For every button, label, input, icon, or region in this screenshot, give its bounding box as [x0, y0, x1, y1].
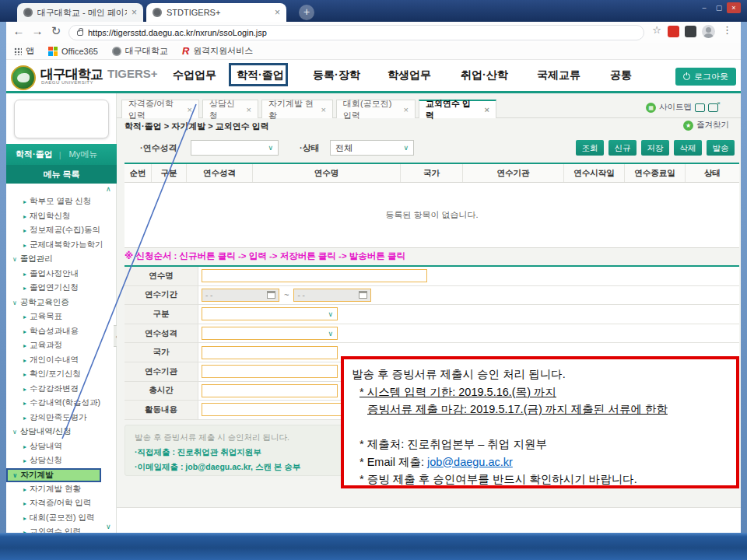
training-type-form-select[interactable]: ∨	[202, 327, 338, 340]
bookmark-star-icon[interactable]: ☆	[649, 24, 665, 36]
sidebar-tab-mymenu[interactable]: My메뉴	[61, 149, 98, 160]
col-header[interactable]: 구분	[152, 164, 187, 182]
end-date-input[interactable]: - -	[293, 289, 371, 302]
search-label-status: ·상태	[300, 142, 320, 154]
institution-input[interactable]	[202, 365, 338, 378]
status-select[interactable]: 전체 ∨	[330, 140, 414, 156]
menu-scroll-down-icon[interactable]: ∨	[106, 523, 111, 530]
category-select[interactable]: ∨	[202, 307, 338, 320]
sidebar-item[interactable]: ▸대회(공모전) 입력	[6, 511, 117, 526]
sidebar-section-graduation[interactable]: ∨졸업관리	[6, 252, 117, 267]
tab-close-icon[interactable]: ×	[485, 105, 489, 114]
menu-scroll-up-icon[interactable]: ∧	[106, 185, 111, 193]
nav-item-employment[interactable]: 취업·산학	[461, 68, 508, 82]
sidebar-item[interactable]: ▸재입학신청	[6, 209, 117, 224]
query-button[interactable]: 조회	[576, 140, 604, 156]
email-link[interactable]: job@daegu.ac.kr	[427, 456, 513, 468]
col-header[interactable]: 국가	[401, 164, 463, 182]
col-header[interactable]: 연수명	[253, 164, 401, 182]
browser-tab-stdtigers[interactable]: STDTIGERS+ ×	[146, 3, 286, 22]
tab-close-icon[interactable]: ×	[247, 105, 251, 114]
sidebar-item[interactable]: ▸강의만족도평가	[6, 411, 117, 425]
col-header[interactable]: 상태	[686, 164, 739, 182]
workspace-tab-contest[interactable]: 대회(공모전) 입력 ×	[336, 100, 416, 118]
apps-shortcut[interactable]: 앱	[14, 45, 34, 57]
workspace-tab-counsel[interactable]: 상담신청 ×	[202, 100, 258, 118]
arrow-right-icon: ▸	[23, 198, 26, 205]
workspace-tab-external-training[interactable]: 교외연수 입력 ×	[419, 100, 496, 118]
browser-menu-icon[interactable]: ⋮	[722, 24, 732, 36]
tab-close-icon[interactable]: ×	[404, 105, 409, 114]
tab-close-icon[interactable]: ×	[188, 105, 192, 114]
nav-item-student-affairs[interactable]: 학생업무	[388, 68, 431, 82]
col-header[interactable]: 연수성격	[187, 164, 253, 182]
bookmark-office365[interactable]: Office365	[48, 47, 98, 56]
window-minimize-button[interactable]: –	[697, 2, 711, 13]
nav-item-international[interactable]: 국제교류	[537, 68, 580, 82]
reload-icon[interactable]: ↻	[48, 24, 64, 38]
sidebar-item[interactable]: ▸정보제공(수집)동의	[6, 223, 117, 238]
sidebar-section-counsel[interactable]: ∨상담내역/신청	[6, 425, 117, 439]
sidebar-item[interactable]: ▸상담신청	[6, 453, 117, 468]
nav-item-common[interactable]: 공통	[610, 68, 632, 82]
sidebar-item[interactable]: ▸자격증/어학 입력	[6, 496, 117, 511]
sidebar-item[interactable]: ▸교육과정	[6, 338, 117, 353]
tab-close-icon[interactable]: ×	[321, 105, 326, 114]
extension-icon[interactable]	[685, 26, 696, 37]
sidebar-section-self-development[interactable]: ∨자기계발	[6, 468, 101, 482]
training-type-select[interactable]: ∨	[191, 140, 279, 156]
sidebar-item[interactable]: ▸확인/포기신청	[6, 367, 117, 382]
add-favorite-link[interactable]: ★ 즐겨찾기	[683, 120, 729, 131]
workspace-tab-certificates[interactable]: 자격증/어학 입력 ×	[121, 100, 199, 118]
logout-button[interactable]: 로그아웃	[675, 68, 736, 86]
calendar-icon[interactable]	[267, 291, 275, 299]
country-input[interactable]	[202, 346, 338, 359]
col-header[interactable]: 순번	[124, 164, 152, 182]
bookmark-remote-support[interactable]: R 원격지원서비스	[182, 45, 253, 57]
new-tab-button[interactable]: +	[299, 5, 314, 20]
back-icon[interactable]: ←	[11, 24, 26, 37]
delete-button[interactable]: 삭제	[674, 140, 702, 156]
close-all-windows-icon[interactable]	[708, 103, 718, 112]
sidebar-item[interactable]: ▸상담내역	[6, 439, 117, 454]
training-name-input[interactable]	[202, 269, 427, 282]
sitemap-link[interactable]: ▦ 사이트맵	[646, 102, 718, 113]
sidebar-item[interactable]: ▸군제대복학가능학기	[6, 238, 117, 253]
start-date-input[interactable]: - -	[202, 289, 279, 302]
save-button[interactable]: 저장	[641, 140, 669, 156]
open-window-icon[interactable]	[695, 103, 705, 112]
sidebar-item[interactable]: ▸자기계발 현황	[6, 482, 117, 497]
sidebar-item[interactable]: ▸학부모 열람 신청	[6, 194, 117, 209]
sidebar-item[interactable]: ▸졸업연기신청	[6, 281, 117, 296]
sidebar-item[interactable]: ▸교육목표	[6, 310, 117, 324]
browser-tab-daegu-main[interactable]: 대구대학교 - 메인 페이지 ×	[17, 3, 143, 22]
tab-close-icon[interactable]: ×	[132, 7, 137, 18]
new-button[interactable]: 신규	[608, 140, 637, 156]
nav-item-registration-scholarship[interactable]: 등록·장학	[313, 68, 360, 82]
sidebar-item[interactable]: ▸개인이수내역	[6, 353, 117, 368]
total-hours-input[interactable]	[202, 384, 338, 397]
calendar-icon[interactable]	[359, 291, 367, 299]
sidebar-tab-records[interactable]: 학적·졸업	[6, 149, 59, 160]
col-header[interactable]: 연수종료일	[625, 164, 686, 182]
send-button[interactable]: 발송	[707, 140, 735, 156]
col-header[interactable]: 연수기관	[463, 164, 564, 182]
sidebar-item[interactable]: ▸수강강좌변경	[6, 382, 117, 397]
sidebar-item[interactable]: ▸졸업사정안내	[6, 267, 117, 282]
nav-item-records-graduation[interactable]: 학적·졸업	[237, 68, 284, 82]
tab-close-icon[interactable]: ×	[275, 7, 280, 18]
window-close-button[interactable]: ×	[727, 2, 741, 13]
bookmark-daegu-univ[interactable]: 대구대학교	[112, 45, 168, 57]
profile-avatar[interactable]	[702, 25, 715, 38]
window-maximize-button[interactable]: ▢	[712, 2, 726, 13]
forward-icon[interactable]: →	[30, 24, 45, 37]
workspace-tab-selfdev-status[interactable]: 자기계발 현황 ×	[261, 100, 333, 118]
pdf-extension-icon[interactable]	[668, 26, 679, 37]
url-input[interactable]: https://tigersstd.daegu.ac.kr/nxrun/ssoL…	[68, 25, 644, 40]
sidebar-section-abeek[interactable]: ∨공학교육인증	[6, 296, 117, 310]
arrow-right-icon: ▸	[23, 285, 26, 292]
nav-item-classes[interactable]: 수업업무	[173, 68, 216, 82]
sidebar-item[interactable]: ▸수강내역(학습성과)	[6, 396, 117, 411]
sidebar-item[interactable]: ▸학습성과내용	[6, 324, 117, 339]
col-header[interactable]: 연수시작일	[564, 164, 625, 182]
